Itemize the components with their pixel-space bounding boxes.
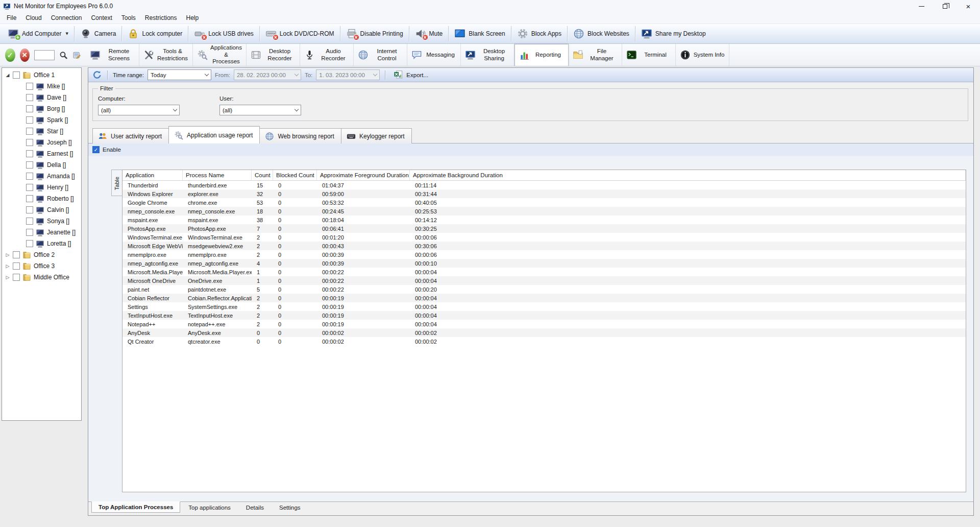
tree-computer-borg[interactable]: Borg []	[2, 103, 81, 114]
tree-computer-amanda[interactable]: Amanda []	[2, 171, 81, 182]
refresh-icon[interactable]	[92, 70, 102, 80]
mode-desktop-sharing-button[interactable]: Desktop Sharing	[461, 44, 514, 66]
column-process-name[interactable]: Process Name	[183, 170, 252, 180]
column-blocked-count[interactable]: Blocked Count	[273, 170, 317, 180]
column-approximate-foreground-duration[interactable]: Approximate Foreground Duration	[317, 170, 410, 180]
tree-computer-loretta[interactable]: Loretta []	[2, 238, 81, 249]
table-row[interactable]: Notepad++notepad++.exe2000:00:1900:00:04	[122, 320, 966, 328]
computer-checkbox[interactable]	[26, 240, 33, 247]
restore-button[interactable]	[933, 0, 957, 12]
cancel-button[interactable]: ×	[20, 49, 30, 62]
menu-file[interactable]: File	[2, 13, 21, 22]
tree-group-office-2[interactable]: ▷ Office 2	[2, 249, 81, 260]
column-approximate-background-duration[interactable]: Approximate Background Duration	[410, 170, 966, 180]
computer-checkbox[interactable]	[26, 184, 33, 191]
group-checkbox[interactable]	[13, 251, 20, 258]
tab-web-browsing-report[interactable]: Web browsing report	[259, 128, 341, 143]
table-row[interactable]: nmep_console.exenmep_console.exe18000:24…	[122, 207, 966, 215]
computer-checkbox[interactable]	[26, 173, 33, 180]
mode-applications-processes-button[interactable]: Applications & Processes	[193, 44, 247, 66]
mode-reporting-button[interactable]: Reporting	[514, 44, 569, 66]
tree-computer-spark[interactable]: Spark []	[2, 114, 81, 126]
close-button[interactable]: ×	[957, 0, 980, 12]
toolbar-lock-usb-drives-button[interactable]: × Lock USB drives	[189, 26, 258, 41]
tab-keylogger-report[interactable]: Keylogger report	[341, 128, 412, 143]
table-row[interactable]: TextInputHost.exeTextInputHost.exe2000:0…	[122, 311, 966, 320]
computer-checkbox[interactable]	[26, 229, 33, 236]
toolbar-share-my-desktop-button[interactable]: Share my Desktop	[636, 26, 710, 41]
table-row[interactable]: mspaint.exemspaint.exe38000:18:0400:14:1…	[122, 215, 966, 224]
mode-audio-recorder-button[interactable]: Audio Recorder	[300, 44, 354, 66]
table-row[interactable]: Thunderbirdthunderbird.exe15001:04:3700:…	[122, 181, 966, 189]
column-count[interactable]: Count	[252, 170, 273, 180]
table-row[interactable]: PhotosApp.exePhotosApp.exe7000:06:4100:3…	[122, 224, 966, 233]
computer-checkbox[interactable]	[26, 195, 33, 202]
toolbar-disable-printing-button[interactable]: × Disable Printing	[341, 26, 408, 41]
to-date-select[interactable]: 1. 03. 2023 00:00	[316, 69, 380, 80]
tree-group-office-1[interactable]: ◢ Office 1	[2, 69, 81, 81]
column-application[interactable]: Application	[122, 170, 183, 180]
enable-checkbox[interactable]: ✓	[92, 146, 100, 153]
computer-checkbox[interactable]	[26, 161, 33, 169]
tree-group-middle-office[interactable]: ▷ Middle Office	[2, 272, 81, 283]
tree-computer-star[interactable]: Star []	[2, 126, 81, 137]
subtab-details[interactable]: Details	[239, 502, 271, 513]
menu-context[interactable]: Context	[86, 13, 116, 22]
subtab-top-applications[interactable]: Top applications	[181, 502, 237, 513]
table-row[interactable]: nmep_agtconfig.exenmep_agtconfig.exe4000…	[122, 259, 966, 268]
tree-computer-mike[interactable]: Mike []	[2, 81, 81, 92]
export-button[interactable]: Export...	[390, 69, 431, 81]
tab-application-usage-report[interactable]: Application usage report	[168, 126, 260, 143]
mode-system-info-button[interactable]: System Info	[676, 44, 729, 66]
computer-checkbox[interactable]	[26, 94, 33, 101]
tree-computer-jeanette[interactable]: Jeanette []	[2, 227, 81, 238]
table-row[interactable]: Windows Explorerexplorer.exe32000:59:000…	[122, 189, 966, 198]
table-row[interactable]: Microsoft OneDriveOneDrive.exe1000:00:22…	[122, 276, 966, 285]
computer-filter-select[interactable]: (all)	[98, 105, 180, 115]
collapsed-arrow-icon[interactable]: ▷	[5, 275, 10, 280]
mode-internet-control-button[interactable]: Internet Control	[354, 44, 407, 66]
tree-computer-roberto[interactable]: Roberto []	[2, 193, 81, 204]
mode-messaging-button[interactable]: Messaging	[407, 44, 461, 66]
collapsed-arrow-icon[interactable]: ▷	[5, 252, 10, 257]
confirm-button[interactable]: ✓	[5, 49, 15, 62]
mode-terminal-button[interactable]: Terminal	[622, 44, 676, 66]
toolbar-lock-dvd-cd-rom-button[interactable]: × Lock DVD/CD-ROM	[261, 26, 339, 41]
table-row[interactable]: Microsoft.Media.PlayerMicrosoft.Media.Pl…	[122, 268, 966, 276]
timerange-select[interactable]: Today	[148, 69, 211, 80]
group-checkbox[interactable]	[13, 262, 20, 270]
tree-computer-joseph[interactable]: Joseph []	[2, 137, 81, 148]
table-row[interactable]: Qt Creatorqtcreator.exe0000:00:0200:00:0…	[122, 337, 966, 346]
expanded-arrow-icon[interactable]: ◢	[5, 73, 10, 78]
mode-remote-screens-button[interactable]: Remote Screens	[86, 44, 139, 66]
mode-desktop-recorder-button[interactable]: Desktop Recorder	[247, 44, 300, 66]
subtab-top-application-processes[interactable]: Top Application Processes	[91, 501, 180, 513]
mode-file-manager-button[interactable]: File Manager	[569, 44, 622, 66]
tree-computer-dave[interactable]: Dave []	[2, 92, 81, 103]
computer-checkbox[interactable]	[26, 105, 33, 112]
tree-computer-henry[interactable]: Henry []	[2, 182, 81, 193]
toolbar-mute-button[interactable]: × Mute	[410, 26, 448, 41]
tree-computer-sonya[interactable]: Sonya []	[2, 215, 81, 227]
toolbar-camera-button[interactable]: Camera	[76, 26, 121, 41]
group-checkbox[interactable]	[13, 274, 20, 281]
table-row[interactable]: WindowsTerminal.exeWindowsTerminal.exe20…	[122, 233, 966, 242]
computer-checkbox[interactable]	[26, 128, 33, 135]
collapsed-arrow-icon[interactable]: ▷	[5, 264, 10, 269]
menu-cloud[interactable]: Cloud	[21, 13, 46, 22]
toolbar-block-apps-button[interactable]: Block Apps	[512, 26, 566, 41]
table-row[interactable]: SettingsSystemSettings.exe2000:00:1900:0…	[122, 302, 966, 311]
tree-computer-della[interactable]: Della []	[2, 159, 81, 171]
user-filter-select[interactable]: (all)	[219, 105, 301, 115]
table-row[interactable]: AnyDeskAnyDesk.exe0000:00:0200:00:02	[122, 328, 966, 337]
table-row[interactable]: nmemplpro.exenmemplpro.exe2000:00:3900:0…	[122, 250, 966, 259]
computer-checkbox[interactable]	[26, 83, 33, 90]
table-row[interactable]: Google Chromechrome.exe53000:53:3200:40:…	[122, 198, 966, 207]
subtab-settings[interactable]: Settings	[272, 502, 308, 513]
toolbar-block-websites-button[interactable]: Block Websites	[569, 26, 634, 41]
mode-tools-restrictions-button[interactable]: Tools & Restrictions	[139, 44, 193, 66]
computer-checkbox[interactable]	[26, 218, 33, 225]
computer-checkbox[interactable]	[26, 150, 33, 157]
menu-tools[interactable]: Tools	[117, 13, 140, 22]
tab-user-activity-report[interactable]: User activity report	[92, 128, 169, 143]
